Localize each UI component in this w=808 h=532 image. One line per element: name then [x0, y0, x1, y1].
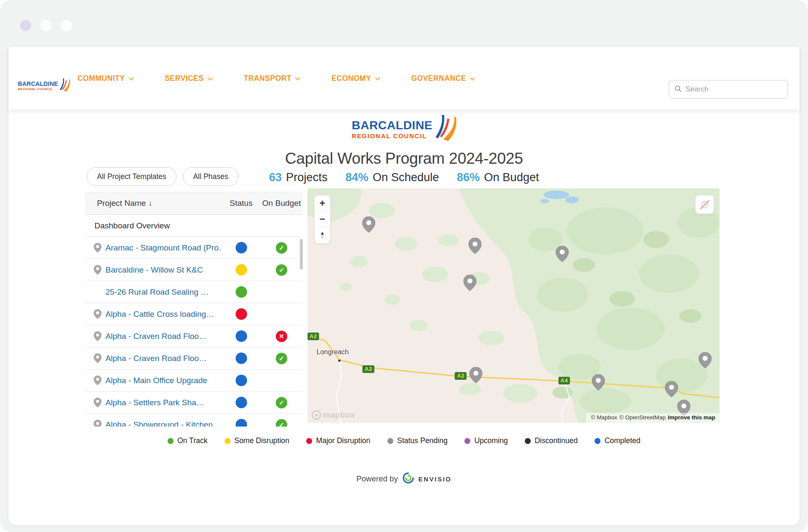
table-row[interactable]: Alpha - Cattle Cross loading… ✓ ✕: [85, 303, 303, 325]
mapbox-logo[interactable]: mapbox: [312, 410, 355, 420]
chevron-down-icon: [207, 75, 213, 80]
nav-menu-item[interactable]: ECONOMY: [331, 74, 378, 83]
browser-dots: [20, 20, 72, 31]
status-dot: [236, 419, 247, 427]
map-attribution: © Mapbox © OpenStreetMap Improve this ma…: [586, 413, 720, 423]
project-link[interactable]: Alpha - Showground - Kitchen …: [105, 420, 222, 427]
mapbox-attribution-link[interactable]: © Mapbox: [591, 414, 617, 421]
council-logo-large: BARCALDINE REGIONAL COUNCIL: [352, 113, 456, 145]
improve-map-link[interactable]: Improve this map: [668, 414, 715, 421]
table-row[interactable]: 25-26 Rural Road Sealing … ✓ ✕: [85, 281, 303, 303]
on-budget-check-icon: ✓: [276, 242, 287, 253]
status-cell: [222, 375, 260, 386]
map-canvas[interactable]: A2 A2 A2 A4 Longreach + − ▲ ▼: [307, 188, 720, 423]
table-row[interactable]: Alpha - Settlers Park Sha… ✓ ✕: [85, 392, 303, 414]
browser-dot[interactable]: [61, 20, 72, 31]
table-row[interactable]: Alpha - Main Office Upgrade ✓ ✕: [85, 370, 303, 392]
table-scrollbar[interactable]: [300, 239, 303, 270]
project-link[interactable]: Alpha - Settlers Park Sha…: [105, 398, 204, 407]
search-input[interactable]: [686, 85, 782, 94]
road-shield: A2: [455, 372, 467, 380]
tilt-down-icon: ▼: [320, 235, 325, 239]
zoom-in-button[interactable]: +: [315, 196, 330, 211]
budget-cell: ✓ ✕: [260, 370, 303, 391]
filter-bar: All Project Templates All Phases: [87, 167, 239, 186]
map-marker-pin[interactable]: [699, 352, 712, 368]
browser-dot[interactable]: [40, 20, 51, 31]
column-on-budget[interactable]: On Budget: [260, 199, 303, 208]
project-link[interactable]: Alpha - Craven Road Floo…: [105, 354, 207, 363]
status-dot: [236, 375, 247, 386]
table-row[interactable]: Aramac - Stagmount Road (Pro… ✓ ✕: [85, 237, 303, 259]
budget-cell: ✓ ✕: [260, 392, 303, 413]
table-body: Aramac - Stagmount Road (Pro… ✓ ✕: [85, 237, 303, 427]
zoom-out-button[interactable]: −: [315, 211, 330, 227]
legend-dot: [464, 438, 470, 444]
map-marker-pin[interactable]: [469, 238, 482, 254]
project-link[interactable]: Alpha - Main Office Upgrade: [105, 376, 207, 385]
stat-item: 84% On Schedule: [345, 171, 439, 184]
project-link[interactable]: Alpha - Craven Road Floo…: [105, 332, 207, 341]
status-cell: [222, 397, 260, 408]
envisio-logo-icon[interactable]: [402, 472, 414, 486]
project-link[interactable]: 25-26 Rural Road Sealing …: [105, 287, 209, 297]
map-pin-icon: [94, 265, 102, 275]
logo-line1: BARCALDINE: [352, 119, 432, 131]
budget-cell: ✓ ✕: [260, 414, 303, 427]
map-marker-pin[interactable]: [555, 246, 569, 262]
map-marker-pin[interactable]: [362, 216, 376, 233]
filter-pill[interactable]: All Phases: [183, 167, 239, 186]
map-pin-icon: [94, 309, 102, 319]
map-marker-pin[interactable]: [469, 367, 483, 383]
legend-item: Discontinued: [525, 436, 578, 445]
status-cell: [222, 286, 260, 298]
nav-menu-item[interactable]: TRANSPORT: [244, 74, 299, 83]
map-pin-icon: [94, 398, 102, 407]
tilt-control[interactable]: ▲ ▼: [315, 227, 330, 243]
search-box[interactable]: [669, 80, 788, 99]
legend-dot: [387, 438, 393, 444]
table-row[interactable]: Alpha - Craven Road Floo… ✓ ✕: [85, 347, 303, 370]
table-row[interactable]: Alpha - Craven Road Floo… ✓ ✕: [85, 325, 303, 347]
map-marker-pin[interactable]: [665, 381, 678, 397]
search-icon: [674, 85, 682, 94]
filter-pill[interactable]: All Project Templates: [87, 167, 176, 186]
project-link[interactable]: Aramac - Stagmount Road (Pro…: [105, 243, 222, 253]
map-marker-pin[interactable]: [463, 275, 476, 291]
browser-dot[interactable]: [20, 20, 31, 31]
status-cell: [222, 264, 260, 276]
road-shield: A2: [307, 333, 319, 340]
map-pin-icon: [94, 331, 102, 341]
status-cell: [222, 242, 260, 253]
table-row[interactable]: Barcaldine - Willow St K&C ✓ ✕: [85, 259, 303, 281]
nav-menu-item[interactable]: GOVERNANCE: [411, 74, 474, 83]
osm-attribution-link[interactable]: © OpenStreetMap: [619, 414, 666, 421]
project-link[interactable]: Barcaldine - Willow St K&C: [105, 265, 203, 275]
on-budget-check-icon: ✓: [276, 353, 287, 364]
logo-swoosh-icon: [434, 113, 456, 145]
map-pin-icon: [94, 243, 102, 253]
legend-dot: [525, 438, 531, 444]
powered-by-footer: Powered by ENVISIO: [9, 472, 799, 486]
council-logo-small[interactable]: BARCALDINE REGIONAL COUNCIL: [18, 77, 70, 94]
envisio-wordmark[interactable]: ENVISIO: [418, 475, 452, 483]
budget-cell: ✓ ✕: [260, 347, 303, 369]
logo-swoosh-icon: [59, 77, 70, 94]
nav-menu-item[interactable]: SERVICES: [165, 74, 211, 83]
map-marker-pin[interactable]: [592, 374, 605, 390]
legend-item: Major Disruption: [306, 436, 370, 445]
status-cell: [222, 308, 260, 320]
nav-menu-item[interactable]: COMMUNITY: [77, 74, 133, 83]
table-row[interactable]: Alpha - Showground - Kitchen … ✓ ✕: [85, 414, 303, 427]
column-status[interactable]: Status: [222, 199, 260, 208]
sort-desc-icon[interactable]: ↓: [148, 199, 153, 208]
chevron-down-icon: [128, 75, 134, 80]
stat-item: 63 Projects: [269, 171, 328, 184]
column-project-name[interactable]: Project Name ↓: [85, 199, 222, 208]
map-settings-disabled-button[interactable]: ⚙: [695, 195, 714, 214]
road-shield: A4: [558, 377, 570, 384]
table-row-overview[interactable]: Dashboard Overview: [85, 215, 303, 237]
project-link[interactable]: Alpha - Cattle Cross loading…: [105, 310, 214, 319]
budget-cell: ✓ ✕: [260, 325, 303, 347]
status-dot: [236, 353, 247, 364]
